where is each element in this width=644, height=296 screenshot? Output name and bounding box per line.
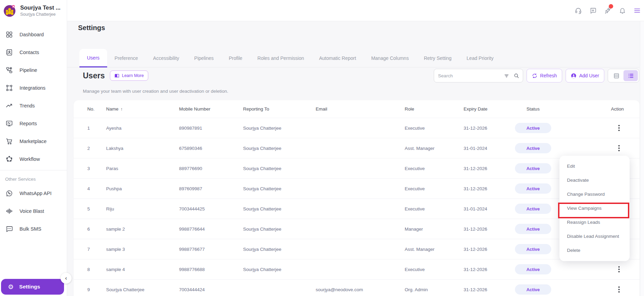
tab-profile[interactable]: Profile xyxy=(221,49,250,67)
row-actions-kebab-icon[interactable] xyxy=(617,286,621,293)
table-row: 9 Sourjya Chatterjee 7003444424 sourjya@… xyxy=(74,280,640,296)
sidebar-collapse-button[interactable]: ‹ xyxy=(61,273,72,284)
filter-icon[interactable] xyxy=(504,73,509,79)
search-box xyxy=(434,69,523,82)
table-row: 4 Pushpa 897609987 Sourjya Chatterjee Ex… xyxy=(74,179,640,199)
bulk-sms-icon xyxy=(5,225,13,233)
tab-accessibility[interactable]: Accessibility xyxy=(146,49,187,67)
column-header-role: Role xyxy=(405,106,464,112)
tab-automatic-report[interactable]: Automatic Report xyxy=(312,49,364,67)
column-header-expiry-date: Expiry Date xyxy=(464,106,515,112)
reports-icon xyxy=(5,120,13,128)
status-badge: Active xyxy=(515,143,551,153)
column-header-reporting-to: Reporting To xyxy=(243,106,316,112)
add-user-button[interactable]: Add User xyxy=(566,69,604,82)
column-header-no: No. xyxy=(87,106,106,112)
menu-icon[interactable] xyxy=(633,7,641,15)
pipeline-icon xyxy=(5,66,13,74)
rocket-icon[interactable] xyxy=(604,7,612,15)
gear-icon: ⚙ xyxy=(8,284,14,290)
app-window: Sourjya Test ... Sourjya Chatterjee Dash… xyxy=(0,0,644,296)
sidebar-item-pipeline[interactable]: Pipeline xyxy=(0,61,67,79)
menu-item-change-password[interactable]: Change Password xyxy=(559,187,630,201)
sidebar-item-whatsapp-api[interactable]: WhatsApp API xyxy=(0,184,67,202)
tab-users[interactable]: Users xyxy=(79,49,107,67)
search-input[interactable] xyxy=(438,73,504,78)
sidebar-item-marketplace[interactable]: Marketplace xyxy=(0,132,67,150)
users-table: No.Name↑Mobile NumberReporting ToEmailRo… xyxy=(74,100,640,296)
notification-dot xyxy=(609,4,613,9)
column-header-action: Action xyxy=(570,106,640,112)
tab-retry-setting[interactable]: Retry Setting xyxy=(416,49,459,67)
other-services-label: Other Services xyxy=(0,170,67,183)
org-user-name: Sourjya Chatterjee xyxy=(20,12,61,17)
integrations-icon xyxy=(5,84,13,92)
contacts-icon xyxy=(5,49,13,56)
headset-icon[interactable] xyxy=(574,7,582,15)
menu-item-delete[interactable]: Delete xyxy=(559,243,630,257)
sidebar-item-workflow[interactable]: Workflow xyxy=(0,150,67,168)
table-body: 1 Ayesha 890987891 Sourjya Chatterjee Ex… xyxy=(74,118,640,296)
table-row: 6 sample 2 9988776644 Sourjya Chatterjee… xyxy=(74,219,640,239)
status-badge: Active xyxy=(515,163,551,173)
org-name: Sourjya Test ... xyxy=(20,4,61,11)
row-actions-kebab-icon[interactable] xyxy=(617,145,621,152)
status-badge: Active xyxy=(515,204,551,214)
marketplace-icon xyxy=(5,138,13,145)
menu-item-reassign-leads[interactable]: Reassign Leads xyxy=(559,215,630,229)
voice-blast-icon xyxy=(5,207,13,215)
view-toggle xyxy=(608,69,639,82)
bell-icon[interactable] xyxy=(618,7,627,15)
book-icon xyxy=(114,73,119,78)
list-view-button[interactable] xyxy=(623,70,638,81)
org-logo xyxy=(3,4,16,17)
row-action-context-menu: EditDeactivateChange PasswordView Campai… xyxy=(559,156,630,261)
sidebar-item-integrations[interactable]: Integrations xyxy=(0,79,67,97)
row-actions-kebab-icon[interactable] xyxy=(617,266,621,273)
table-row: 3 Paras 889776690 Sourjya Chatterjee Exe… xyxy=(74,158,640,179)
user-icon xyxy=(571,73,577,79)
refresh-label: Refresh xyxy=(540,73,557,78)
learn-more-label: Learn More xyxy=(122,73,144,78)
tab-lead-priority[interactable]: Lead Priority xyxy=(459,49,501,67)
search-icon[interactable] xyxy=(514,73,519,79)
topbar xyxy=(67,0,644,21)
sidebar-item-trends[interactable]: Trends xyxy=(0,97,67,115)
page-scrollbar[interactable] xyxy=(640,21,644,296)
tab-roles-and-permission[interactable]: Roles and Permission xyxy=(250,49,312,67)
sidebar-settings-button[interactable]: ⚙ Settings xyxy=(1,279,64,295)
column-header-mobile-number: Mobile Number xyxy=(179,106,243,112)
table-view-button[interactable] xyxy=(609,70,623,81)
refresh-icon xyxy=(532,73,538,79)
tab-pipelines[interactable]: Pipelines xyxy=(187,49,221,67)
status-badge: Active xyxy=(515,284,551,295)
table-row: 7 sample 3 9988776677 Sourjya Chatterjee… xyxy=(74,239,640,259)
sidebar-nav: Dashboard Contacts Pipeline Integrations… xyxy=(0,26,67,168)
menu-item-edit[interactable]: Edit xyxy=(559,159,630,173)
tab-preference[interactable]: Preference xyxy=(107,49,146,67)
tab-manage-columns[interactable]: Manage Columns xyxy=(364,49,416,67)
learn-more-button[interactable]: Learn More xyxy=(110,70,148,81)
sidebar-item-reports[interactable]: Reports xyxy=(0,115,67,132)
status-badge: Active xyxy=(515,224,551,234)
sidebar-item-voice-blast[interactable]: Voice Blast xyxy=(0,202,67,220)
menu-item-view-campaigns[interactable]: View Campaigns xyxy=(559,201,630,215)
menu-item-deactivate[interactable]: Deactivate xyxy=(559,173,630,187)
sidebar: Sourjya Test ... Sourjya Chatterjee Dash… xyxy=(0,0,67,296)
menu-item-disable-lead-assignment[interactable]: Disable Lead Assignment xyxy=(559,229,630,243)
brand: Sourjya Test ... Sourjya Chatterjee xyxy=(0,0,67,21)
settings-button-label: Settings xyxy=(19,284,40,290)
table-header-row: No.Name↑Mobile NumberReporting ToEmailRo… xyxy=(74,100,640,118)
status-badge: Active xyxy=(515,183,551,194)
message-plus-icon[interactable] xyxy=(589,7,597,15)
sidebar-item-contacts[interactable]: Contacts xyxy=(0,43,67,61)
row-actions-kebab-icon[interactable] xyxy=(617,125,621,131)
column-header-name[interactable]: Name↑ xyxy=(106,106,179,112)
column-header-email: Email xyxy=(316,106,405,112)
sidebar-item-bulk-sms[interactable]: Bulk SMS xyxy=(0,220,67,238)
table-row: 1 Ayesha 890987891 Sourjya Chatterjee Ex… xyxy=(74,118,640,138)
refresh-button[interactable]: Refresh xyxy=(527,69,562,82)
trends-icon xyxy=(5,102,13,110)
sidebar-item-dashboard[interactable]: Dashboard xyxy=(0,26,67,43)
table-view-icon xyxy=(613,73,620,79)
